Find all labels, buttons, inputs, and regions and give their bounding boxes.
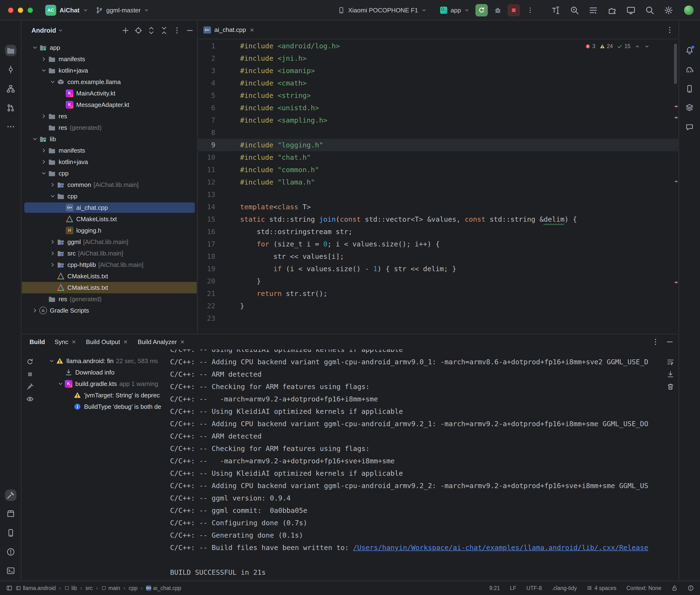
analyzer-status[interactable]: .clang-tidy <box>552 585 577 591</box>
commit-tool-icon[interactable] <box>6 65 15 74</box>
line-number[interactable]: 18 <box>198 250 240 263</box>
hide-build-panel-icon[interactable] <box>666 338 674 346</box>
clear-console-icon[interactable] <box>667 383 674 391</box>
cursor-position[interactable]: 9:21 <box>489 585 500 591</box>
chevron-down-icon[interactable] <box>39 66 48 75</box>
code-area[interactable]: 1234567891011121314151617181920212223 #i… <box>198 40 678 334</box>
breadcrumb-ai-chat-cpp[interactable]: C++ai_chat.cpp <box>146 585 181 591</box>
line-number[interactable]: 2 <box>198 52 240 64</box>
inspections-widget[interactable]: 3 24 15 <box>585 43 649 50</box>
build-tab-sync[interactable]: Sync <box>55 338 77 346</box>
line-ending[interactable]: LF <box>510 585 516 591</box>
build-item--jvmtarget-string-is-deprec[interactable]: 'jvmTarget: String' is deprec <box>38 390 168 401</box>
chevron-down-icon[interactable] <box>56 379 65 388</box>
chevron-right-icon[interactable] <box>48 260 57 269</box>
line-number[interactable]: 10 <box>198 151 240 164</box>
ai-search-icon[interactable] <box>570 5 579 15</box>
line-number[interactable]: 14 <box>198 201 240 213</box>
tree-item-common[interactable]: common[AiChat.lib.main] <box>22 179 197 191</box>
stop-button[interactable] <box>508 4 520 17</box>
line-number[interactable]: 22 <box>198 300 240 312</box>
layout-inspector-tool-icon[interactable] <box>685 103 694 112</box>
code-line-21[interactable]: return str.str(); <box>240 287 678 300</box>
chevron-right-icon[interactable] <box>48 237 57 246</box>
tree-item-ggml[interactable]: ggml[AiChat.lib.main] <box>22 236 197 248</box>
collapse-all-icon[interactable] <box>160 26 168 34</box>
expand-all-icon[interactable] <box>147 26 155 34</box>
line-number[interactable]: 13 <box>198 188 240 201</box>
locate-file-icon[interactable] <box>134 26 142 34</box>
next-problem-icon[interactable] <box>644 44 649 49</box>
chevron-down-icon[interactable] <box>39 169 48 178</box>
tree-item-cpp[interactable]: cpp <box>22 168 197 179</box>
hide-panel-icon[interactable] <box>186 26 194 34</box>
error-stripe-mark[interactable] <box>675 106 678 107</box>
indent-setting[interactable]: 4 spaces <box>587 585 616 591</box>
pin-icon[interactable] <box>26 383 34 391</box>
line-number[interactable]: 16 <box>198 225 240 238</box>
device-manager-tool-icon[interactable] <box>685 85 694 93</box>
code-line-7[interactable]: #include <sampling.h> <box>240 114 678 126</box>
close-tab-icon[interactable] <box>123 339 128 344</box>
assistant-tool-icon[interactable] <box>685 123 694 132</box>
error-summary[interactable]: 3 <box>585 43 595 50</box>
chevron-right-icon[interactable] <box>39 158 48 166</box>
device-mirror-icon[interactable] <box>626 5 636 15</box>
build-panel-title[interactable]: Build <box>30 338 45 346</box>
add-icon[interactable] <box>121 26 130 34</box>
debug-button[interactable] <box>492 4 504 17</box>
line-number[interactable]: 6 <box>198 102 240 114</box>
line-number[interactable]: 12 <box>198 176 240 188</box>
chevron-down-icon[interactable] <box>31 43 39 52</box>
build-tab-build-output[interactable]: Build Output <box>86 338 128 346</box>
close-tab-icon[interactable] <box>180 339 185 344</box>
chevron-right-icon[interactable] <box>39 146 48 155</box>
breadcrumb-llama-android[interactable]: llama.android <box>16 585 56 591</box>
error-stripe-mark[interactable] <box>675 117 678 118</box>
line-number[interactable]: 17 <box>198 238 240 250</box>
scroll-to-end-icon[interactable] <box>667 370 674 378</box>
tree-item-manifests[interactable]: manifests <box>22 145 197 156</box>
line-number[interactable]: 21 <box>198 287 240 300</box>
code-line-2[interactable]: #include <jni.h> <box>240 52 678 64</box>
context-setting[interactable]: Context: None <box>626 585 662 591</box>
breadcrumb-lib[interactable]: lib <box>64 585 77 591</box>
tree-item-logging-h[interactable]: Hlogging.h <box>22 225 197 236</box>
build-tab-build-analyzer[interactable]: Build Analyzer <box>138 338 185 346</box>
tree-item-gradle-scripts[interactable]: GGradle Scripts <box>22 305 197 316</box>
line-number[interactable]: 23 <box>198 312 240 324</box>
pull-requests-tool-icon[interactable] <box>6 104 15 112</box>
chevron-right-icon[interactable] <box>39 112 48 120</box>
device-selector[interactable]: Xiaomi POCOPHONE F1 <box>335 4 429 17</box>
breadcrumb-src[interactable]: src <box>85 585 93 591</box>
code-line-17[interactable]: for (size_t i = 0; i < values.size(); i+… <box>240 238 678 250</box>
line-number[interactable]: 1 <box>198 40 240 52</box>
change-stripe-mark[interactable] <box>675 181 678 182</box>
user-avatar[interactable] <box>684 5 694 15</box>
chevron-down-icon[interactable] <box>31 135 39 143</box>
tree-item-res[interactable]: res(generated) <box>22 293 197 305</box>
tree-item-res[interactable]: res <box>22 111 197 122</box>
line-number[interactable]: 5 <box>198 89 240 102</box>
code-line-8[interactable] <box>240 126 678 139</box>
tree-item-cmakelists-txt[interactable]: CMakeLists.txt <box>22 271 197 282</box>
line-number[interactable]: 9 <box>198 139 240 151</box>
tree-item-app[interactable]: app <box>22 42 197 53</box>
line-number[interactable]: 19 <box>198 263 240 275</box>
code-line-9[interactable]: #include "logging.h" <box>240 139 678 151</box>
tree-item-ai-chat-cpp[interactable]: C++ai_chat.cpp <box>22 202 197 213</box>
tree-item-cpp-httplib[interactable]: cpp-httplib[AiChat.lib.main] <box>22 259 197 271</box>
line-number[interactable]: 3 <box>198 64 240 77</box>
chevron-right-icon[interactable] <box>31 306 39 315</box>
line-number[interactable]: 15 <box>198 213 240 225</box>
console-link[interactable]: /Users/hanyin/Workspace/ai-chat/examples… <box>353 544 648 552</box>
close-tab-icon[interactable] <box>249 27 255 33</box>
chevron-right-icon[interactable] <box>39 55 48 63</box>
filter-icon[interactable] <box>26 395 34 403</box>
code-line-10[interactable]: #include "chat.h" <box>240 151 678 164</box>
run-configuration-selector[interactable]: app <box>438 4 472 17</box>
terminal-tool-icon[interactable] <box>6 566 15 575</box>
code-line-14[interactable]: template<class T> <box>240 201 678 213</box>
tree-item-cmakelists-txt[interactable]: CMakeLists.txt <box>22 282 197 293</box>
plugins-icon[interactable] <box>607 5 617 15</box>
